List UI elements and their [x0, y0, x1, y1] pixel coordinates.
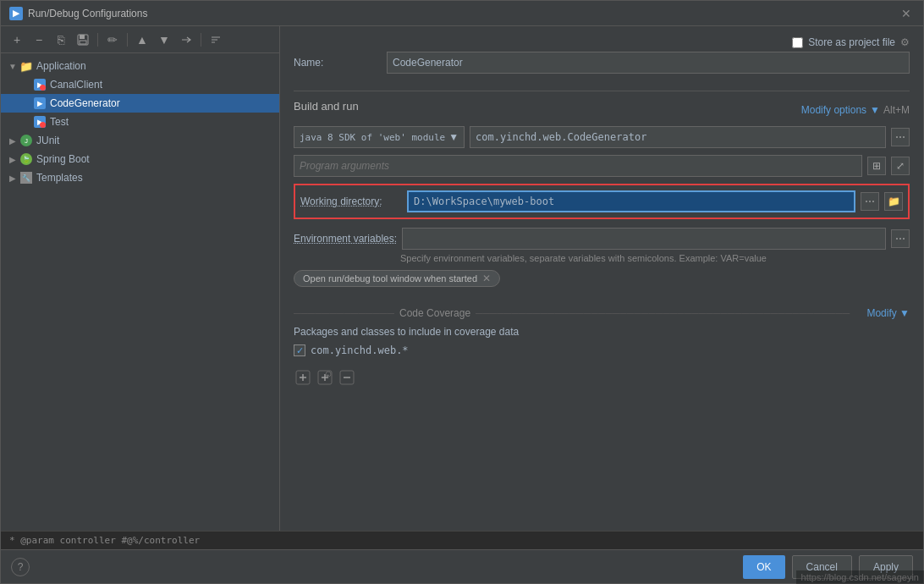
tree-label-junit: JUnit — [36, 135, 59, 146]
remove-chip-button[interactable]: ✕ — [482, 273, 491, 284]
configuration-tree[interactable]: ▼ 📁 Application ▶ CanalClient — [1, 53, 279, 531]
expand-arrow-junit[interactable]: ▶ — [8, 135, 18, 146]
sdk-class-row: java 8 SDK of 'web' module ▼ ⋯ — [294, 126, 910, 148]
expand-arrow-codegenerator — [21, 98, 31, 108]
open-tool-window-chip[interactable]: Open run/debug tool window when started … — [294, 270, 500, 287]
ok-button[interactable]: OK — [743, 555, 784, 579]
tree-label-application: Application — [36, 60, 86, 72]
tree-label-springboot: Spring Boot — [36, 153, 90, 165]
app-icon-codegenerator: ▶ — [34, 97, 46, 109]
remove-config-button[interactable]: − — [30, 30, 48, 49]
main-class-input[interactable] — [470, 126, 886, 148]
open-tool-window-label: Open run/debug tool window when started — [303, 273, 477, 284]
tool-window-row: Open run/debug tool window when started … — [294, 270, 910, 297]
bottom-bar: ? OK Cancel Apply — [1, 549, 923, 583]
working-directory-label: Working directory: — [300, 196, 402, 207]
build-run-header: Build and run Modify options ▼ Alt+M — [294, 100, 910, 119]
browse-working-dir-button[interactable]: ⋯ — [861, 192, 879, 211]
edit-config-button[interactable]: ✏ — [103, 30, 122, 49]
fullscreen-prog-args-button[interactable]: ⤢ — [891, 157, 910, 175]
add-package-button[interactable]: + — [316, 368, 334, 387]
sdk-dropdown[interactable]: java 8 SDK of 'web' module ▼ — [294, 126, 465, 148]
working-directory-row: Working directory: ⋯ 📁 — [300, 190, 903, 212]
main-content: + − ⎘ ✏ ▲ ▼ — [1, 26, 923, 531]
svg-text:+: + — [327, 372, 329, 377]
gear-icon[interactable]: ⚙ — [900, 36, 910, 48]
code-coverage-header: ──────────────Code Coverage─────────────… — [294, 307, 910, 319]
dialog: ▶ Run/Debug Configurations ✕ + − ⎘ — [0, 0, 924, 584]
modify-options-link[interactable]: Modify options ▼ Alt+M — [801, 104, 910, 116]
program-args-input[interactable] — [294, 155, 862, 177]
name-label: Name: — [294, 57, 378, 69]
folder-icon-application: 📁 — [19, 59, 33, 73]
error-dot-test — [40, 122, 46, 128]
browse-env-vars-button[interactable]: ⋯ — [891, 229, 910, 248]
tree-item-canalclient[interactable]: ▶ CanalClient — [1, 75, 279, 94]
store-row: Store as project file ⚙ — [294, 36, 910, 48]
coverage-checkbox[interactable] — [294, 344, 305, 356]
save-config-button[interactable] — [74, 30, 92, 49]
tree-label-templates: Templates — [36, 172, 83, 184]
add-config-button[interactable]: + — [8, 30, 26, 49]
toolbar-separator-3 — [201, 33, 201, 47]
expand-arrow-application[interactable]: ▼ — [8, 61, 18, 71]
env-vars-input[interactable] — [402, 228, 886, 250]
tree-item-junit[interactable]: ▶ J JUnit — [1, 131, 279, 150]
tree-item-application[interactable]: ▼ 📁 Application — [1, 57, 279, 75]
toolbar-separator-2 — [127, 33, 128, 47]
sort-button[interactable] — [206, 30, 225, 49]
shortcut-label: Alt+M — [883, 104, 910, 116]
move-down-button[interactable]: ▼ — [155, 30, 173, 49]
remove-coverage-button[interactable] — [338, 368, 356, 387]
tree-label-test: Test — [50, 116, 69, 128]
error-dot-canalclient — [40, 85, 46, 91]
name-input[interactable] — [387, 52, 910, 74]
bottom-left: ? — [11, 558, 30, 576]
env-vars-hint: Specify environment variables, separate … — [400, 253, 910, 263]
app-icon: ▶ — [9, 7, 23, 20]
choose-working-dir-button[interactable]: 📁 — [884, 192, 903, 211]
store-label: Store as project file — [808, 36, 895, 48]
tree-item-test[interactable]: ▶ Test — [1, 113, 279, 131]
prog-args-row: ⊞ ⤢ — [294, 155, 910, 177]
help-button[interactable]: ? — [11, 558, 30, 576]
tree-item-templates[interactable]: ▶ 🔧 Templates — [1, 168, 279, 187]
run-icon-canalclient: ▶ — [33, 78, 47, 91]
code-coverage-title: ──────────────Code Coverage─────────────… — [294, 307, 850, 319]
working-directory-section: Working directory: ⋯ 📁 — [294, 184, 910, 219]
title-bar: ▶ Run/Debug Configurations ✕ — [1, 1, 923, 26]
tree-item-codegenerator[interactable]: ▶ CodeGenerator — [1, 94, 279, 113]
expand-arrow-springboot[interactable]: ▶ — [8, 154, 18, 164]
modify-options-label: Modify options — [801, 104, 866, 116]
terminal-bar: * @param controller #@%/controller — [1, 531, 923, 549]
name-row: Name: — [294, 52, 910, 74]
copy-config-button[interactable]: ⎘ — [52, 30, 70, 49]
template-icon: 🔧 — [19, 171, 33, 185]
expand-arrow-templates[interactable]: ▶ — [8, 173, 18, 183]
tree-label-codegenerator: CodeGenerator — [50, 97, 120, 109]
move-up-button[interactable]: ▲ — [133, 30, 151, 49]
svg-rect-1 — [80, 35, 85, 39]
browse-class-button[interactable]: ⋯ — [891, 128, 910, 146]
run-icon-codegenerator: ▶ — [33, 96, 47, 110]
add-coverage-button[interactable] — [294, 368, 312, 387]
store-checkbox[interactable] — [792, 37, 803, 48]
right-panel: Store as project file ⚙ Name: Build and … — [280, 26, 923, 531]
build-run-title: Build and run — [294, 100, 359, 113]
working-directory-input[interactable] — [407, 190, 855, 212]
expand-arrow-canalclient — [21, 80, 31, 90]
sdk-dropdown-arrow: ▼ — [448, 131, 459, 143]
modify-button[interactable]: Modify ▼ — [866, 307, 910, 319]
expand-prog-args-button[interactable]: ⊞ — [867, 157, 886, 175]
tree-label-canalclient: CanalClient — [50, 79, 102, 91]
dropdown-icon: ▼ — [870, 104, 880, 116]
close-button[interactable]: ✕ — [898, 5, 915, 22]
move-to-button[interactable] — [177, 30, 195, 49]
sdk-value: java 8 SDK of 'web' module — [300, 132, 445, 143]
coverage-actions: + — [294, 368, 910, 387]
watermark: https://blog.csdn.net/sageyin — [796, 570, 924, 584]
coverage-entry-row: com.yinchd.web.* — [294, 344, 910, 356]
junit-icon: J — [19, 134, 33, 147]
tree-item-springboot[interactable]: ▶ 🍃 Spring Boot — [1, 150, 279, 168]
coverage-description: Packages and classes to include in cover… — [294, 326, 910, 338]
